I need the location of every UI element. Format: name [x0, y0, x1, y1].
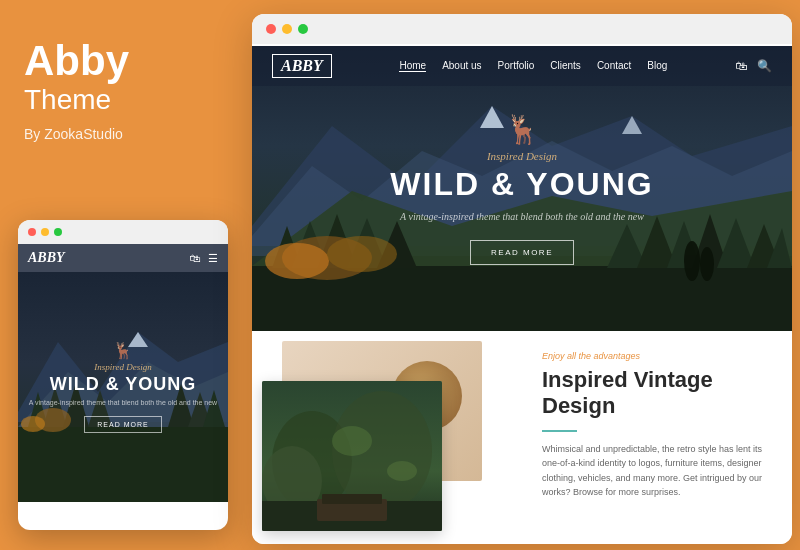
desktop-bottom-text: Enjoy all the advantages Inspired Vintag…: [532, 331, 792, 544]
desktop-inspired-text: Inspired Design: [390, 150, 653, 162]
nav-link-contact[interactable]: Contact: [597, 60, 631, 72]
section-title: Inspired Vintage Design: [542, 367, 772, 420]
title-divider: [542, 430, 577, 432]
svg-point-34: [265, 243, 329, 279]
desktop-dots: [252, 14, 792, 44]
svg-rect-4: [18, 427, 228, 502]
nav-link-clients[interactable]: Clients: [550, 60, 581, 72]
nav-link-about[interactable]: About us: [442, 60, 481, 72]
desktop-dot-green: [298, 24, 308, 34]
desktop-bottom-section: Enjoy all the advantages Inspired Vintag…: [252, 331, 792, 544]
left-panel: Abby Theme By ZookaStudio ABBY 🛍 ☰: [0, 0, 248, 550]
section-title-line2: Design: [542, 393, 615, 418]
desktop-mockup: ABBY Home About us Portfolio Clients Con…: [252, 14, 792, 544]
desktop-search-icon[interactable]: 🔍: [757, 59, 772, 74]
svg-point-42: [332, 426, 372, 456]
mobile-menu-icon[interactable]: ☰: [208, 252, 218, 265]
svg-point-43: [387, 461, 417, 481]
mobile-dot-red: [28, 228, 36, 236]
theme-subtitle: Theme: [24, 84, 224, 116]
theme-author: By ZookaStudio: [24, 126, 224, 142]
theme-title: Abby: [24, 40, 224, 82]
desktop-read-more-button[interactable]: READ MORE: [470, 240, 574, 265]
mobile-read-more-button[interactable]: READ MORE: [84, 416, 161, 433]
mobile-hero-title: WILD & YOUNG: [29, 374, 217, 395]
desktop-dot-yellow: [282, 24, 292, 34]
desktop-bottom-images: [252, 331, 532, 544]
desktop-cart-icon[interactable]: 🛍: [735, 59, 747, 74]
nav-link-blog[interactable]: Blog: [647, 60, 667, 72]
mobile-mockup: ABBY 🛍 ☰: [18, 220, 228, 530]
mobile-tagline: A vintage-inspired theme that blend both…: [29, 399, 217, 406]
mobile-nav: ABBY 🛍 ☰: [18, 244, 228, 272]
desktop-nav-icons: 🛍 🔍: [735, 59, 772, 74]
enjoy-label: Enjoy all the advantages: [542, 351, 772, 361]
mobile-nav-icons: 🛍 ☰: [189, 252, 218, 265]
svg-rect-46: [322, 494, 382, 504]
svg-point-35: [327, 236, 397, 272]
section-title-line1: Inspired Vintage: [542, 367, 713, 392]
mobile-dot-yellow: [41, 228, 49, 236]
mobile-cart-icon[interactable]: 🛍: [189, 252, 200, 264]
svg-point-37: [700, 247, 714, 281]
mobile-inspired-text: Inspired Design: [29, 362, 217, 372]
desktop-hero-content: 🦌 Inspired Design WILD & YOUNG A vintage…: [390, 113, 653, 265]
svg-point-36: [684, 241, 700, 281]
mobile-hero-content: 🦌 Inspired Design WILD & YOUNG A vintage…: [19, 341, 227, 433]
mobile-hero: 🦌 Inspired Design WILD & YOUNG A vintage…: [18, 272, 228, 502]
section-description: Whimsical and unpredictable, the retro s…: [542, 442, 772, 500]
desktop-nav-links: Home About us Portfolio Clients Contact …: [399, 60, 667, 72]
desktop-hero-title: WILD & YOUNG: [390, 166, 653, 203]
mobile-dot-green: [54, 228, 62, 236]
desktop-hero: 🦌 Inspired Design WILD & YOUNG A vintage…: [252, 46, 792, 331]
mobile-dots: [18, 220, 228, 244]
desktop-image-front: [262, 381, 442, 531]
mobile-deer-icon: 🦌: [29, 341, 217, 360]
nav-link-portfolio[interactable]: Portfolio: [498, 60, 535, 72]
desktop-logo: ABBY: [272, 54, 332, 78]
desktop-deer-icon: 🦌: [390, 113, 653, 146]
desktop-tagline: A vintage-inspired theme that blend both…: [390, 211, 653, 222]
desktop-dot-red: [266, 24, 276, 34]
desktop-nav: ABBY Home About us Portfolio Clients Con…: [252, 46, 792, 86]
desktop-image-front-svg: [262, 381, 442, 531]
nav-link-home[interactable]: Home: [399, 60, 426, 72]
mobile-logo: ABBY: [28, 250, 65, 266]
